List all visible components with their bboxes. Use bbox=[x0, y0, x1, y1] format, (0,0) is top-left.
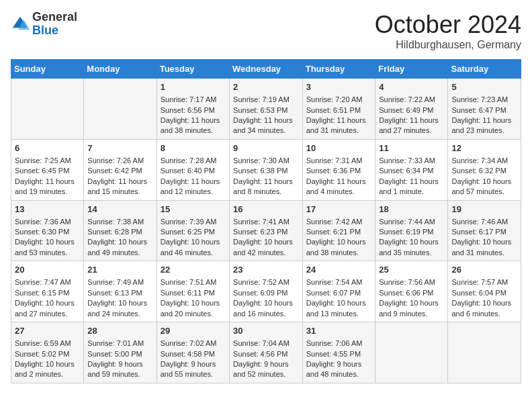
cell-text: Sunrise: 7:22 AM bbox=[379, 95, 444, 105]
day-number: 25 bbox=[379, 264, 444, 276]
weekday-header-row: Sunday Monday Tuesday Wednesday Thursday… bbox=[11, 60, 521, 79]
calendar-table: Sunday Monday Tuesday Wednesday Thursday… bbox=[11, 59, 521, 383]
day-number: 11 bbox=[379, 142, 444, 154]
month-title: October 2024 bbox=[375, 11, 521, 39]
cell-text: Sunrise: 7:06 AM bbox=[306, 338, 371, 349]
day-number: 14 bbox=[87, 203, 152, 216]
logo-icon bbox=[11, 15, 30, 34]
calendar-body: 1Sunrise: 7:17 AMSunset: 6:56 PMDaylight… bbox=[11, 79, 521, 383]
cell-text: Sunset: 4:55 PM bbox=[306, 349, 371, 359]
day-number: 8 bbox=[161, 142, 226, 154]
cell-text: Sunrise: 7:31 AM bbox=[306, 156, 371, 166]
day-number: 20 bbox=[15, 264, 80, 276]
day-number: 10 bbox=[306, 142, 371, 154]
header-monday: Monday bbox=[84, 60, 157, 79]
cell-text: Sunset: 6:56 PM bbox=[161, 105, 226, 116]
cell-text: Sunset: 6:47 PM bbox=[451, 105, 517, 116]
calendar-cell: 6Sunrise: 7:25 AMSunset: 6:45 PMDaylight… bbox=[11, 139, 84, 200]
day-number: 3 bbox=[306, 81, 371, 93]
calendar-cell: 22Sunrise: 7:51 AMSunset: 6:11 PMDayligh… bbox=[157, 261, 229, 322]
cell-text: Sunset: 6:42 PM bbox=[87, 166, 152, 176]
day-number: 5 bbox=[451, 81, 517, 93]
cell-text: Sunrise: 7:30 AM bbox=[233, 156, 299, 166]
cell-text: Sunrise: 7:38 AM bbox=[87, 217, 152, 227]
calendar-cell bbox=[11, 79, 84, 140]
cell-text: Daylight: 9 hours and 52 minutes. bbox=[233, 359, 299, 380]
header-wednesday: Wednesday bbox=[230, 60, 303, 79]
calendar-cell: 14Sunrise: 7:38 AMSunset: 6:28 PMDayligh… bbox=[84, 200, 157, 261]
cell-text: Sunset: 6:45 PM bbox=[15, 166, 80, 176]
calendar-cell: 10Sunrise: 7:31 AMSunset: 6:36 PMDayligh… bbox=[302, 139, 375, 200]
cell-text: Sunset: 5:00 PM bbox=[87, 349, 152, 359]
cell-text: Sunrise: 7:28 AM bbox=[161, 156, 226, 166]
logo-general-text: General bbox=[32, 10, 77, 24]
day-number: 17 bbox=[306, 203, 371, 216]
location-title: Hildburghausen, Germany bbox=[375, 39, 521, 51]
cell-text: Sunrise: 7:51 AM bbox=[161, 277, 226, 287]
calendar-cell: 20Sunrise: 7:47 AMSunset: 6:15 PMDayligh… bbox=[11, 261, 84, 322]
calendar-cell: 17Sunrise: 7:42 AMSunset: 6:21 PMDayligh… bbox=[302, 200, 375, 261]
cell-text: Sunrise: 7:52 AM bbox=[233, 277, 299, 287]
cell-text: Sunset: 6:15 PM bbox=[15, 288, 80, 298]
cell-text: Sunset: 6:34 PM bbox=[379, 166, 444, 176]
calendar-cell: 2Sunrise: 7:19 AMSunset: 6:53 PMDaylight… bbox=[230, 79, 303, 140]
calendar-cell bbox=[448, 322, 521, 383]
calendar-cell: 28Sunrise: 7:01 AMSunset: 5:00 PMDayligh… bbox=[84, 322, 157, 383]
calendar-cell: 16Sunrise: 7:41 AMSunset: 6:23 PMDayligh… bbox=[230, 200, 303, 261]
cell-text: Sunrise: 7:17 AM bbox=[161, 95, 226, 105]
calendar-cell: 12Sunrise: 7:34 AMSunset: 6:32 PMDayligh… bbox=[448, 139, 521, 200]
calendar-cell: 13Sunrise: 7:36 AMSunset: 6:30 PMDayligh… bbox=[11, 200, 84, 261]
day-number: 31 bbox=[306, 325, 371, 337]
day-number: 4 bbox=[379, 81, 444, 93]
cell-text: Daylight: 11 hours and 27 minutes. bbox=[379, 116, 444, 136]
cell-text: Daylight: 9 hours and 59 minutes. bbox=[87, 359, 152, 380]
cell-text: Sunset: 6:17 PM bbox=[451, 227, 517, 237]
cell-text: Sunset: 6:30 PM bbox=[15, 227, 80, 237]
cell-text: Daylight: 10 hours and 31 minutes. bbox=[451, 237, 517, 258]
calendar-cell: 7Sunrise: 7:26 AMSunset: 6:42 PMDaylight… bbox=[84, 139, 157, 200]
calendar-cell: 8Sunrise: 7:28 AMSunset: 6:40 PMDaylight… bbox=[157, 139, 229, 200]
cell-text: Sunrise: 7:02 AM bbox=[161, 338, 226, 349]
cell-text: Sunset: 6:13 PM bbox=[87, 288, 152, 298]
calendar-cell: 15Sunrise: 7:39 AMSunset: 6:25 PMDayligh… bbox=[157, 200, 229, 261]
cell-text: Daylight: 10 hours and 57 minutes. bbox=[451, 177, 517, 197]
cell-text: Daylight: 11 hours and 31 minutes. bbox=[306, 116, 371, 136]
cell-text: Daylight: 10 hours and 27 minutes. bbox=[15, 298, 80, 319]
day-number: 23 bbox=[233, 264, 299, 276]
cell-text: Daylight: 11 hours and 8 minutes. bbox=[233, 177, 299, 197]
cell-text: Sunrise: 7:56 AM bbox=[379, 277, 444, 287]
cell-text: Sunset: 6:21 PM bbox=[306, 227, 371, 237]
calendar-week-row: 6Sunrise: 7:25 AMSunset: 6:45 PMDaylight… bbox=[11, 139, 521, 200]
cell-text: Sunrise: 7:26 AM bbox=[87, 156, 152, 166]
calendar-cell: 9Sunrise: 7:30 AMSunset: 6:38 PMDaylight… bbox=[230, 139, 303, 200]
header-thursday: Thursday bbox=[302, 60, 375, 79]
cell-text: Daylight: 10 hours and 38 minutes. bbox=[306, 237, 371, 258]
logo-blue-text: Blue bbox=[32, 24, 58, 37]
calendar-cell: 21Sunrise: 7:49 AMSunset: 6:13 PMDayligh… bbox=[84, 261, 157, 322]
header-tuesday: Tuesday bbox=[157, 60, 229, 79]
day-number: 27 bbox=[15, 325, 80, 337]
title-area: October 2024 Hildburghausen, Germany bbox=[375, 11, 521, 51]
cell-text: Sunset: 6:11 PM bbox=[161, 288, 226, 298]
cell-text: Daylight: 11 hours and 4 minutes. bbox=[306, 177, 371, 197]
cell-text: Sunrise: 7:41 AM bbox=[233, 217, 299, 227]
calendar-cell: 29Sunrise: 7:02 AMSunset: 4:58 PMDayligh… bbox=[157, 322, 229, 383]
cell-text: Daylight: 10 hours and 24 minutes. bbox=[87, 298, 152, 319]
calendar-week-row: 27Sunrise: 6:59 AMSunset: 5:02 PMDayligh… bbox=[11, 322, 521, 383]
cell-text: Daylight: 10 hours and 16 minutes. bbox=[233, 298, 299, 319]
calendar-cell: 27Sunrise: 6:59 AMSunset: 5:02 PMDayligh… bbox=[11, 322, 84, 383]
cell-text: Sunrise: 7:44 AM bbox=[379, 217, 444, 227]
cell-text: Sunset: 6:25 PM bbox=[161, 227, 226, 237]
day-number: 30 bbox=[233, 325, 299, 337]
header: General Blue October 2024 Hildburghausen… bbox=[11, 11, 521, 51]
cell-text: Sunrise: 7:49 AM bbox=[87, 277, 152, 287]
calendar-cell: 26Sunrise: 7:57 AMSunset: 6:04 PMDayligh… bbox=[448, 261, 521, 322]
calendar-cell: 23Sunrise: 7:52 AMSunset: 6:09 PMDayligh… bbox=[230, 261, 303, 322]
day-number: 29 bbox=[161, 325, 226, 337]
day-number: 12 bbox=[451, 142, 517, 154]
cell-text: Daylight: 11 hours and 1 minute. bbox=[379, 177, 444, 197]
day-number: 2 bbox=[233, 81, 299, 93]
header-friday: Friday bbox=[375, 60, 448, 79]
cell-text: Sunset: 6:53 PM bbox=[233, 105, 299, 116]
header-sunday: Sunday bbox=[11, 60, 84, 79]
